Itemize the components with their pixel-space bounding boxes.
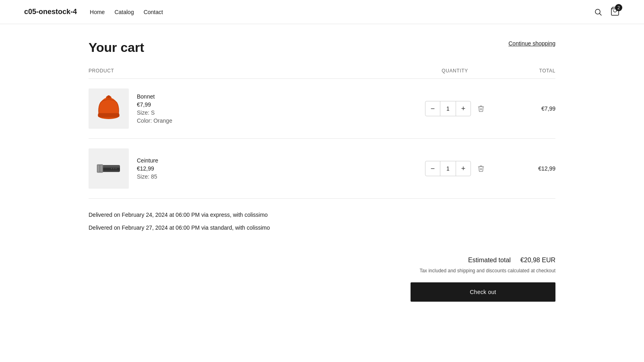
item-product-ceinture: Ceinture €12,99 Size: 85: [89, 148, 415, 189]
search-button[interactable]: [592, 6, 604, 18]
delete-ceinture-button[interactable]: [477, 165, 485, 172]
cart-item-bonnet: Bonnet €7,99 Size: S Color: Orange − 1 +: [89, 79, 555, 139]
qty-decrease-bonnet[interactable]: −: [425, 101, 440, 116]
page-header: Your cart Continue shopping: [89, 40, 555, 55]
item-total-bonnet: €7,99: [495, 105, 555, 112]
trash-icon-ceinture: [477, 165, 485, 172]
cart-count: 2: [615, 4, 622, 11]
cart-button[interactable]: 2: [610, 6, 620, 17]
header-right: 2: [592, 6, 620, 18]
estimated-total-row: Estimated total €20,98 EUR: [468, 257, 555, 264]
bonnet-svg: [95, 95, 123, 123]
item-price-bonnet: €7,99: [137, 101, 172, 108]
header-left: c05-onestock-4 Home Catalog Contact: [24, 8, 163, 16]
qty-increase-ceinture[interactable]: +: [456, 161, 471, 176]
col-product-header: PRODUCT: [89, 68, 415, 74]
item-size-ceinture: Size: 85: [137, 173, 158, 180]
item-image-bonnet: [89, 88, 129, 129]
item-quantity-ceinture: − 1 +: [415, 161, 495, 176]
item-product-bonnet: Bonnet €7,99 Size: S Color: Orange: [89, 88, 415, 129]
site-logo[interactable]: c05-onestock-4: [24, 8, 77, 16]
qty-increase-bonnet[interactable]: +: [456, 101, 471, 116]
main-nav: Home Catalog Contact: [90, 9, 163, 15]
search-icon: [594, 8, 602, 16]
item-details-bonnet: Bonnet €7,99 Size: S Color: Orange: [137, 93, 172, 124]
cart-table-headers: PRODUCT QUANTITY TOTAL: [89, 68, 555, 79]
item-image-ceinture: [89, 148, 129, 189]
cart-item-ceinture: Ceinture €12,99 Size: 85 − 1 +: [89, 139, 555, 199]
item-name-bonnet: Bonnet: [137, 93, 172, 100]
qty-wrapper-ceinture: − 1 +: [425, 161, 471, 176]
page-title: Your cart: [89, 40, 144, 55]
ceinture-svg: [95, 154, 123, 183]
tax-note: Tax included and shipping and discounts …: [419, 267, 555, 274]
item-details-ceinture: Ceinture €12,99 Size: 85: [137, 157, 158, 180]
estimated-total-value: €20,98 EUR: [520, 257, 555, 264]
qty-wrapper-bonnet: − 1 +: [425, 101, 471, 116]
nav-contact[interactable]: Contact: [144, 9, 163, 15]
item-name-ceinture: Ceinture: [137, 157, 158, 164]
checkout-button[interactable]: Check out: [411, 282, 555, 302]
svg-point-5: [107, 95, 110, 98]
item-quantity-bonnet: − 1 +: [415, 101, 495, 116]
main-content: Your cart Continue shopping PRODUCT QUAN…: [64, 24, 580, 318]
continue-shopping-button[interactable]: Continue shopping: [508, 40, 555, 47]
nav-home[interactable]: Home: [90, 9, 105, 15]
nav-catalog[interactable]: Catalog: [114, 9, 134, 15]
item-price-ceinture: €12,99: [137, 165, 158, 172]
qty-value-bonnet: 1: [440, 101, 456, 116]
delivery-line-1: Delivered on February 24, 2024 at 06:00 …: [89, 212, 555, 218]
svg-point-14: [113, 168, 114, 169]
svg-line-1: [600, 13, 602, 15]
trash-icon-bonnet: [477, 105, 485, 112]
item-total-ceinture: €12,99: [495, 165, 555, 172]
col-total-header: TOTAL: [495, 68, 555, 74]
site-header: c05-onestock-4 Home Catalog Contact 2: [0, 0, 644, 24]
qty-value-ceinture: 1: [440, 161, 456, 176]
svg-rect-6: [98, 113, 119, 117]
item-size-bonnet: Size: S: [137, 109, 172, 116]
svg-point-13: [111, 168, 112, 169]
totals-section: Estimated total €20,98 EUR Tax included …: [89, 250, 555, 302]
delete-bonnet-button[interactable]: [477, 105, 485, 112]
qty-decrease-ceinture[interactable]: −: [425, 161, 440, 176]
delivery-section: Delivered on February 24, 2024 at 06:00 …: [89, 199, 555, 250]
delivery-line-2: Delivered on February 27, 2024 at 06:00 …: [89, 224, 555, 231]
col-quantity-header: QUANTITY: [415, 68, 495, 74]
svg-point-15: [116, 168, 117, 169]
estimated-total-label: Estimated total: [468, 257, 511, 264]
item-color-bonnet: Color: Orange: [137, 117, 172, 124]
